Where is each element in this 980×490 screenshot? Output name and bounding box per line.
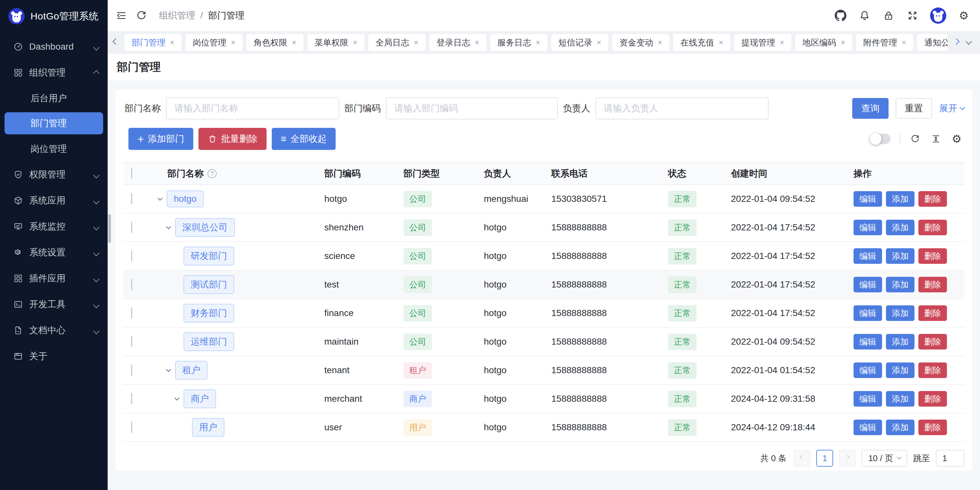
- tab[interactable]: 提现管理 ×: [734, 34, 791, 51]
- sidebar-item-org[interactable]: 组织管理: [0, 60, 108, 86]
- tab-close-icon[interactable]: ×: [292, 38, 296, 46]
- sidebar-item-sysapp[interactable]: 系统应用: [0, 188, 108, 214]
- tree-expand-icon[interactable]: [167, 227, 175, 228]
- batch-delete-button[interactable]: 批量删除: [199, 128, 267, 150]
- row-checkbox[interactable]: [131, 364, 132, 376]
- sidebar-item-docs[interactable]: 文档中心: [0, 318, 108, 343]
- row-checkbox[interactable]: [131, 307, 132, 319]
- row-checkbox[interactable]: [131, 250, 132, 262]
- refresh-icon[interactable]: [135, 9, 148, 22]
- add-button[interactable]: 添加: [886, 277, 915, 292]
- sidebar-item-sysset[interactable]: 系统设置: [0, 239, 108, 265]
- dept-name-tag[interactable]: 测试部门: [183, 275, 234, 294]
- user-avatar[interactable]: [930, 8, 946, 24]
- delete-button[interactable]: 删除: [918, 220, 947, 235]
- sidebar-item-plugin[interactable]: 插件应用: [0, 265, 108, 291]
- tabs-scroll-right-icon[interactable]: [953, 41, 960, 44]
- edit-button[interactable]: 编辑: [854, 220, 882, 235]
- sidebar-item-devtool[interactable]: 开发工具: [0, 291, 108, 318]
- column-settings-icon[interactable]: ⚙: [951, 133, 963, 145]
- edit-button[interactable]: 编辑: [854, 248, 882, 264]
- row-checkbox[interactable]: [131, 393, 132, 404]
- collapse-all-button[interactable]: ≡ 全部收起: [272, 128, 336, 150]
- add-button[interactable]: 添加: [886, 191, 915, 207]
- expand-link[interactable]: 展开: [939, 102, 964, 115]
- tab[interactable]: 短信记录 ×: [551, 34, 608, 51]
- reset-button[interactable]: 重置: [896, 98, 932, 119]
- tree-expand-icon[interactable]: [167, 370, 175, 371]
- dept-name-tag[interactable]: 租户: [175, 361, 208, 380]
- edit-button[interactable]: 编辑: [854, 391, 882, 407]
- tab[interactable]: 附件管理 ×: [856, 34, 913, 51]
- add-button[interactable]: 添加: [886, 334, 915, 350]
- dept-name-tag[interactable]: 运维部门: [183, 332, 234, 351]
- sidebar-item-about[interactable]: 关于: [0, 343, 108, 369]
- tab[interactable]: 角色权限 ×: [247, 34, 304, 51]
- delete-button[interactable]: 删除: [918, 420, 947, 435]
- tab[interactable]: 登录日志 ×: [430, 34, 487, 51]
- add-button[interactable]: 添加: [886, 362, 915, 378]
- tree-expand-icon[interactable]: [175, 398, 183, 400]
- tab-close-icon[interactable]: ×: [719, 38, 723, 46]
- add-button[interactable]: 添加: [886, 420, 915, 435]
- prev-page-button[interactable]: [794, 450, 810, 467]
- tab[interactable]: 地区编码 ×: [795, 34, 852, 51]
- breadcrumb-parent[interactable]: 组织管理: [159, 10, 195, 22]
- help-icon[interactable]: ?: [208, 169, 216, 178]
- tab[interactable]: 在线充值 ×: [673, 34, 730, 51]
- edit-button[interactable]: 编辑: [854, 305, 882, 321]
- reload-table-icon[interactable]: [909, 133, 921, 145]
- lock-icon[interactable]: [882, 9, 895, 22]
- tab-close-icon[interactable]: ×: [840, 38, 845, 46]
- dept-name-tag[interactable]: 用户: [192, 418, 224, 437]
- tab-close-icon[interactable]: ×: [170, 38, 175, 46]
- row-checkbox[interactable]: [131, 421, 132, 433]
- tab[interactable]: 资金变动 ×: [612, 34, 669, 51]
- delete-button[interactable]: 删除: [918, 277, 947, 292]
- add-dept-button[interactable]: + 添加部门: [129, 128, 193, 150]
- tab[interactable]: 通知公告 ×: [917, 34, 948, 51]
- tab[interactable]: 全局日志 ×: [368, 34, 425, 51]
- dept-name-tag[interactable]: 研发部门: [183, 247, 234, 265]
- dept-name-input[interactable]: [166, 97, 339, 120]
- app-logo[interactable]: HotGo管理系统: [0, 0, 108, 26]
- sidebar-item-sysmon[interactable]: 系统监控: [0, 214, 108, 239]
- tab[interactable]: 岗位管理 ×: [186, 34, 243, 51]
- sidebar-item-perm[interactable]: 权限管理: [0, 161, 108, 188]
- edit-button[interactable]: 编辑: [854, 420, 882, 435]
- row-height-icon[interactable]: [930, 133, 942, 145]
- tab[interactable]: 菜单权限 ×: [307, 34, 364, 51]
- add-button[interactable]: 添加: [886, 220, 915, 235]
- jump-page-input[interactable]: [936, 450, 964, 467]
- row-checkbox[interactable]: [131, 279, 132, 290]
- edit-button[interactable]: 编辑: [854, 191, 882, 207]
- row-checkbox[interactable]: [131, 222, 132, 233]
- row-checkbox[interactable]: [131, 336, 132, 347]
- query-button[interactable]: 查询: [852, 98, 889, 119]
- tab-close-icon[interactable]: ×: [536, 38, 540, 46]
- add-button[interactable]: 添加: [886, 391, 915, 407]
- add-button[interactable]: 添加: [886, 305, 915, 321]
- tabs-scroll-left-icon[interactable]: [112, 41, 119, 44]
- fullscreen-icon[interactable]: [906, 9, 919, 22]
- bell-icon[interactable]: [858, 9, 871, 22]
- tab-close-icon[interactable]: ×: [414, 38, 418, 46]
- row-checkbox[interactable]: [131, 193, 132, 204]
- edit-button[interactable]: 编辑: [854, 277, 882, 292]
- tab-close-icon[interactable]: ×: [902, 38, 906, 46]
- delete-button[interactable]: 删除: [918, 248, 947, 264]
- edit-button[interactable]: 编辑: [854, 334, 882, 350]
- tab-close-icon[interactable]: ×: [475, 38, 479, 46]
- github-icon[interactable]: [834, 9, 847, 22]
- dept-name-tag[interactable]: 商户: [183, 389, 216, 408]
- select-all-checkbox[interactable]: [131, 168, 132, 179]
- current-page-button[interactable]: 1: [816, 450, 833, 467]
- delete-button[interactable]: 删除: [918, 191, 947, 207]
- add-button[interactable]: 添加: [886, 248, 915, 264]
- delete-button[interactable]: 删除: [918, 334, 947, 350]
- toggle-switch[interactable]: [870, 134, 891, 144]
- sidebar-item-dept-active[interactable]: 部门管理: [5, 112, 103, 134]
- dept-name-tag[interactable]: 财务部门: [183, 304, 234, 322]
- dept-name-tag[interactable]: hotgo: [167, 190, 204, 207]
- delete-button[interactable]: 删除: [918, 391, 947, 407]
